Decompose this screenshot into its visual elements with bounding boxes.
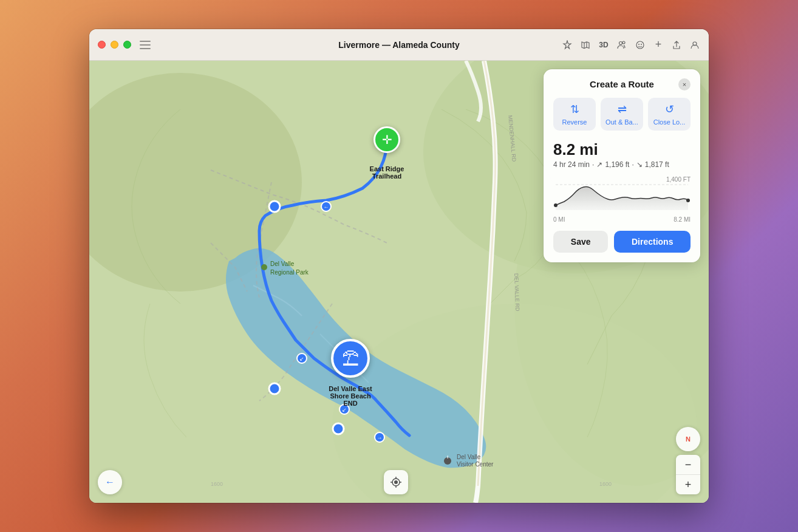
svg-text:Regional Park: Regional Park — [270, 269, 309, 276]
start-marker-icon: ✛ — [382, 132, 392, 147]
titlebar-actions: 3D + — [562, 39, 700, 50]
plus-icon[interactable]: + — [653, 39, 664, 50]
out-back-button[interactable]: ⇌ Out & Ba... — [601, 98, 643, 131]
traffic-lights — [98, 41, 131, 49]
svg-text:←: ← — [324, 204, 329, 210]
route-time: 4 hr 24 min — [553, 160, 590, 169]
svg-point-34 — [554, 203, 558, 207]
svg-point-4 — [641, 44, 642, 45]
app-window: Livermore — Alameda County 3D + — [89, 29, 709, 503]
back-button[interactable]: ← — [98, 470, 122, 494]
back-icon: ← — [105, 477, 115, 488]
tracking-icon — [389, 476, 403, 489]
chart-start-label: 0 MI — [553, 216, 565, 223]
start-marker[interactable]: ✛ — [373, 126, 400, 153]
map-area[interactable]: MENDENHALL RD DEL VALLE RD 1600 1600 140… — [89, 61, 709, 503]
svg-point-24 — [269, 201, 280, 212]
sidebar-toggle[interactable] — [140, 41, 151, 49]
end-marker[interactable]: ⛱ — [331, 339, 370, 378]
elevation-label: 1,400 FT — [666, 176, 691, 183]
elevation-chart: 1,400 FT — [553, 176, 691, 225]
account-icon[interactable] — [689, 39, 700, 50]
svg-text:↙: ↙ — [342, 407, 347, 413]
map-controls-bottom: ← N − + — [89, 427, 709, 494]
svg-point-37 — [394, 480, 398, 484]
panel-title: Create a Route — [590, 79, 654, 89]
zoom-controls: − + — [676, 455, 700, 494]
map-icon[interactable] — [580, 39, 591, 50]
zoom-minus-button[interactable]: − — [676, 455, 700, 474]
out-back-icon: ⇌ — [618, 103, 627, 116]
save-button[interactable]: Save — [553, 231, 608, 253]
location-icon[interactable] — [562, 39, 573, 50]
start-label: East Ridge Trailhead — [356, 165, 417, 180]
svg-point-27 — [261, 264, 267, 270]
end-label: Del Valle East Shore Beach END — [318, 385, 383, 407]
reverse-button[interactable]: ⇅ Reverse — [553, 98, 596, 131]
panel-header: Create a Route × — [553, 79, 691, 89]
minimize-button[interactable] — [111, 41, 118, 49]
end-marker-icon: ⛱ — [342, 349, 359, 369]
svg-point-0 — [619, 41, 622, 44]
zoom-plus-button[interactable]: + — [676, 475, 700, 494]
3d-button[interactable]: 3D — [598, 39, 609, 50]
maximize-button[interactable] — [123, 41, 131, 49]
svg-point-35 — [686, 199, 690, 202]
reverse-icon: ⇅ — [570, 103, 579, 116]
close-button[interactable] — [98, 41, 106, 49]
panel-close-button[interactable]: × — [678, 78, 691, 90]
directions-button[interactable]: Directions — [614, 231, 691, 253]
svg-point-3 — [638, 44, 639, 45]
titlebar: Livermore — Alameda County 3D + — [89, 29, 709, 61]
tracking-button[interactable] — [384, 470, 408, 494]
descent-icon: ↘ — [636, 160, 643, 169]
compass-button[interactable]: N — [676, 427, 700, 451]
svg-point-1 — [622, 41, 625, 44]
route-descent: 1,817 ft — [645, 160, 669, 169]
svg-text:Del Valle: Del Valle — [270, 261, 295, 267]
panel-actions: ⇅ Reverse ⇌ Out & Ba... ↺ Close Lo... — [553, 98, 691, 131]
svg-text:↙: ↙ — [299, 356, 304, 362]
ascent-icon: ↗ — [596, 160, 602, 169]
reverse-label: Reverse — [562, 118, 587, 126]
people-icon[interactable] — [616, 39, 627, 50]
window-title: Livermore — Alameda County — [338, 40, 459, 50]
separator2: · — [632, 160, 633, 169]
svg-point-2 — [636, 41, 644, 49]
close-loop-label: Close Lo... — [653, 118, 686, 126]
out-back-label: Out & Ba... — [605, 118, 638, 126]
share-icon[interactable] — [671, 39, 682, 50]
zoom-compass-group: N − + — [676, 427, 700, 494]
chart-end-label: 8.2 MI — [674, 216, 691, 223]
close-loop-button[interactable]: ↺ Close Lo... — [648, 98, 691, 131]
route-stats: 8.2 mi 4 hr 24 min · ↗ 1,196 ft · ↘ 1,81… — [553, 140, 691, 169]
route-panel: Create a Route × ⇅ Reverse ⇌ Out & Ba...… — [544, 69, 700, 262]
route-details: 4 hr 24 min · ↗ 1,196 ft · ↘ 1,817 ft — [553, 160, 691, 169]
face-icon[interactable] — [635, 39, 646, 50]
route-ascent: 1,196 ft — [605, 160, 629, 169]
close-loop-icon: ↺ — [665, 103, 674, 116]
svg-point-25 — [269, 383, 280, 394]
chart-labels: 0 MI 8.2 MI — [553, 216, 691, 223]
route-distance: 8.2 mi — [553, 140, 691, 159]
compass-label: N — [686, 435, 691, 443]
separator1: · — [592, 160, 594, 169]
panel-buttons: Save Directions — [553, 231, 691, 253]
